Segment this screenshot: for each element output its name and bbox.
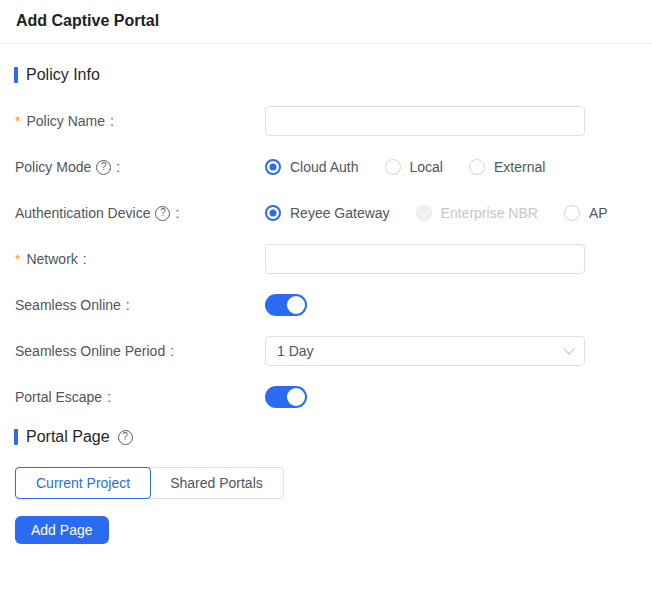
radio-unselected-icon[interactable] — [469, 159, 485, 175]
seamless-period-label: Seamless Online Period : — [15, 343, 265, 359]
label-colon: : — [116, 159, 120, 175]
portal-escape-toggle[interactable] — [265, 386, 307, 408]
radio-selected-icon[interactable] — [265, 159, 281, 175]
seamless-period-row: Seamless Online Period : 1 Day — [15, 336, 636, 366]
section-portal-page: Portal Page — [14, 428, 652, 446]
network-input[interactable] — [265, 244, 585, 274]
portal-page-help-icon[interactable] — [118, 430, 133, 445]
policy-mode-control: Cloud Auth Local External — [265, 159, 636, 175]
label-colon: : — [110, 113, 114, 129]
seamless-online-control — [265, 294, 636, 316]
radio-reyee-gateway[interactable]: Reyee Gateway — [265, 205, 390, 221]
policy-mode-radio-group: Cloud Auth Local External — [265, 159, 545, 175]
seamless-online-label-text: Seamless Online — [15, 297, 121, 313]
policy-name-control — [265, 106, 636, 136]
label-colon: : — [170, 343, 174, 359]
auth-device-radio-group: Reyee Gateway Enterprise NBR AP — [265, 205, 608, 221]
tab-current-project[interactable]: Current Project — [15, 467, 151, 499]
radio-unselected-icon[interactable] — [564, 205, 580, 221]
seamless-period-control: 1 Day — [265, 336, 636, 366]
label-colon: : — [107, 389, 111, 405]
auth-device-label: Authentication Device : — [15, 205, 265, 221]
seamless-period-select[interactable]: 1 Day — [265, 336, 585, 366]
radio-local[interactable]: Local — [385, 159, 443, 175]
section-accent-bar — [14, 67, 18, 83]
radio-unselected-icon[interactable] — [385, 159, 401, 175]
section-portal-page-title: Portal Page — [26, 428, 110, 446]
radio-enterprise-nbr-label: Enterprise NBR — [441, 205, 538, 221]
auth-device-label-text: Authentication Device — [15, 205, 150, 221]
tab-shared-portals[interactable]: Shared Portals — [150, 468, 283, 498]
policy-mode-label-text: Policy Mode — [15, 159, 91, 175]
auth-device-help-icon[interactable] — [155, 206, 170, 221]
portal-escape-label: Portal Escape : — [15, 389, 265, 405]
seamless-period-label-text: Seamless Online Period — [15, 343, 165, 359]
radio-selected-icon[interactable] — [265, 205, 281, 221]
portal-page-tabs: Current Project Shared Portals — [15, 467, 284, 499]
section-accent-bar — [14, 429, 18, 445]
seamless-online-toggle[interactable] — [265, 294, 307, 316]
policy-info-form: * Policy Name : Policy Mode : Cloud Auth… — [0, 106, 652, 412]
seamless-online-row: Seamless Online : — [15, 290, 636, 320]
policy-mode-help-icon[interactable] — [96, 160, 111, 175]
seamless-online-label: Seamless Online : — [15, 297, 265, 313]
policy-name-label: * Policy Name : — [15, 113, 265, 129]
section-policy-info-title: Policy Info — [26, 66, 100, 84]
radio-ap-label[interactable]: AP — [589, 205, 608, 221]
add-page-button[interactable]: Add Page — [15, 516, 109, 544]
chevron-down-icon — [563, 343, 574, 354]
page-header: Add Captive Portal — [0, 0, 652, 44]
policy-name-label-text: Policy Name — [26, 113, 105, 129]
seamless-period-value: 1 Day — [277, 343, 314, 359]
required-asterisk: * — [15, 113, 20, 129]
policy-name-input[interactable] — [265, 106, 585, 136]
radio-local-label[interactable]: Local — [410, 159, 443, 175]
network-row: * Network : — [15, 244, 636, 274]
label-colon: : — [83, 251, 87, 267]
radio-cloud-auth-label[interactable]: Cloud Auth — [290, 159, 359, 175]
radio-external[interactable]: External — [469, 159, 545, 175]
portal-escape-label-text: Portal Escape — [15, 389, 102, 405]
policy-mode-label: Policy Mode : — [15, 159, 265, 175]
required-asterisk: * — [15, 251, 20, 267]
radio-cloud-auth[interactable]: Cloud Auth — [265, 159, 359, 175]
network-control — [265, 244, 636, 274]
policy-name-row: * Policy Name : — [15, 106, 636, 136]
page-title: Add Captive Portal — [16, 12, 636, 30]
radio-reyee-gateway-label[interactable]: Reyee Gateway — [290, 205, 390, 221]
radio-external-label[interactable]: External — [494, 159, 545, 175]
network-label-text: Network — [26, 251, 77, 267]
label-colon: : — [126, 297, 130, 313]
policy-mode-row: Policy Mode : Cloud Auth Local External — [15, 152, 636, 182]
radio-disabled-icon — [416, 205, 432, 221]
label-colon: : — [175, 205, 179, 221]
network-label: * Network : — [15, 251, 265, 267]
portal-escape-row: Portal Escape : — [15, 382, 636, 412]
radio-enterprise-nbr: Enterprise NBR — [416, 205, 538, 221]
auth-device-row: Authentication Device : Reyee Gateway En… — [15, 198, 636, 228]
section-policy-info: Policy Info — [14, 66, 652, 84]
auth-device-control: Reyee Gateway Enterprise NBR AP — [265, 205, 636, 221]
radio-ap[interactable]: AP — [564, 205, 608, 221]
portal-escape-control — [265, 386, 636, 408]
